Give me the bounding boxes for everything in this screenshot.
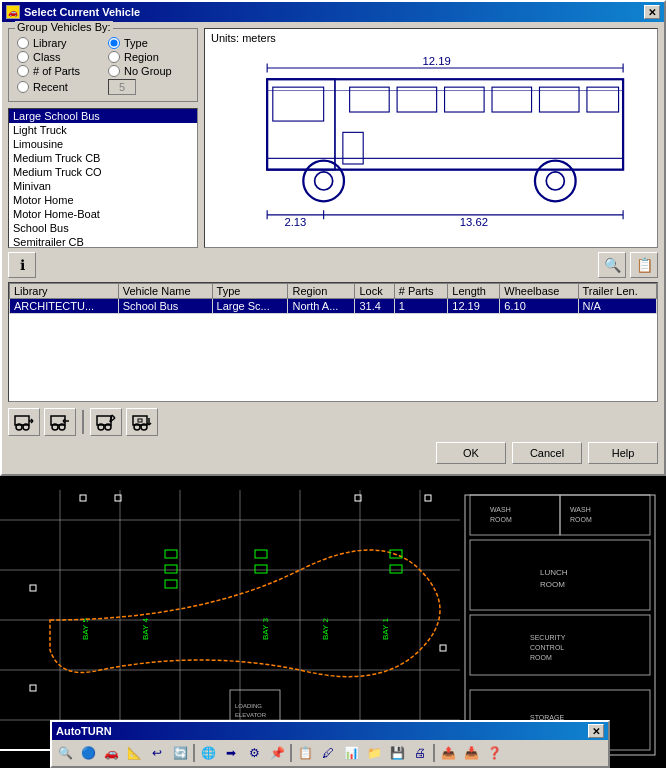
col-parts: # Parts — [394, 284, 448, 299]
export-vehicle-button[interactable] — [44, 408, 76, 436]
cancel-button[interactable]: Cancel — [512, 442, 582, 464]
toolbar-separator — [82, 410, 84, 434]
tool-pin[interactable]: 📌 — [266, 742, 288, 764]
copy-button[interactable]: 📋 — [630, 252, 658, 278]
tool-pan[interactable]: 🔵 — [77, 742, 99, 764]
svg-text:BAY 1: BAY 1 — [381, 618, 390, 640]
list-item[interactable]: Motor Home — [9, 193, 197, 207]
recent-count-input[interactable]: 5 — [108, 79, 136, 95]
cell-wheelbase: 6.10 — [500, 299, 578, 314]
svg-text:ROOM: ROOM — [490, 516, 512, 523]
autoturn-toolbar: AutoTURN ✕ 🔍 🔵 🚗 📐 ↩ 🔄 🌐 ➡ ⚙ 📌 📋 🖊 📊 📁 💾… — [50, 720, 610, 768]
col-trailer-len: Trailer Len. — [578, 284, 656, 299]
svg-text:CONTROL: CONTROL — [530, 644, 564, 651]
svg-rect-94 — [255, 565, 267, 573]
zoom-button[interactable]: 🔍 — [598, 252, 626, 278]
bottom-toolbar — [8, 408, 658, 436]
tool-measure[interactable]: 📐 — [123, 742, 145, 764]
radio-library[interactable]: Library — [17, 37, 98, 49]
help-button[interactable]: Help — [588, 442, 658, 464]
col-region: Region — [288, 284, 355, 299]
group-by-section: Group Vehicles By: Library Type Class — [8, 28, 198, 102]
svg-rect-5 — [267, 79, 335, 169]
radio-nogroup[interactable]: No Group — [108, 65, 189, 77]
tool-zoom-in[interactable]: 🔍 — [54, 742, 76, 764]
tool-separator-3 — [433, 744, 435, 762]
tool-export[interactable]: 📤 — [437, 742, 459, 764]
svg-text:LUNCH: LUNCH — [540, 568, 568, 577]
svg-text:BAY 3: BAY 3 — [261, 618, 270, 640]
list-item[interactable]: Medium Truck CO — [9, 165, 197, 179]
list-item[interactable]: Limousine — [9, 137, 197, 151]
tool-arrow[interactable]: ➡ — [220, 742, 242, 764]
svg-rect-97 — [30, 585, 36, 591]
svg-rect-6 — [273, 87, 324, 121]
ok-button[interactable]: OK — [436, 442, 506, 464]
radio-parts[interactable]: # of Parts — [17, 65, 98, 77]
save-vehicle-button[interactable] — [126, 408, 158, 436]
radio-region[interactable]: Region — [108, 51, 189, 63]
list-item[interactable]: School Bus — [9, 221, 197, 235]
svg-text:BAY 4: BAY 4 — [141, 618, 150, 640]
cell-parts: 1 — [394, 299, 448, 314]
tool-help[interactable]: ❓ — [483, 742, 505, 764]
tool-globe[interactable]: 🌐 — [197, 742, 219, 764]
autoturn-label: AutoTURN — [56, 725, 112, 737]
radio-type[interactable]: Type — [108, 37, 189, 49]
list-item[interactable]: Light Truck — [9, 123, 197, 137]
tool-undo[interactable]: ↩ — [146, 742, 168, 764]
tool-chart[interactable]: 📊 — [340, 742, 362, 764]
svg-rect-91 — [165, 565, 177, 573]
cell-vehicle-name: School Bus — [118, 299, 212, 314]
svg-text:2.13: 2.13 — [284, 216, 306, 228]
svg-text:SECURITY: SECURITY — [530, 634, 566, 641]
radio-recent[interactable]: Recent — [17, 79, 98, 95]
group-by-label: Group Vehicles By: — [15, 21, 113, 33]
list-item[interactable]: Medium Truck CB — [9, 151, 197, 165]
tool-print[interactable]: 🖨 — [409, 742, 431, 764]
svg-rect-12 — [587, 87, 619, 112]
autoturn-close-button[interactable]: ✕ — [588, 724, 604, 738]
close-button[interactable]: ✕ — [644, 5, 660, 19]
tool-redo[interactable]: 🔄 — [169, 742, 191, 764]
tool-pencil[interactable]: 🖊 — [317, 742, 339, 764]
select-vehicle-dialog: 🚗 Select Current Vehicle ✕ Group Vehicle… — [0, 0, 666, 476]
svg-text:WASH: WASH — [490, 506, 511, 513]
cell-library: ARCHITECTU... — [10, 299, 119, 314]
svg-text:ROOM: ROOM — [530, 654, 552, 661]
import-vehicle-button[interactable] — [8, 408, 40, 436]
svg-rect-98 — [30, 685, 36, 691]
vehicle-list[interactable]: Large School Bus Light Truck Limousine M… — [8, 108, 198, 248]
cell-trailer-len: N/A — [578, 299, 656, 314]
tool-vehicle[interactable]: 🚗 — [100, 742, 122, 764]
vehicle-preview: Units: meters 12.19 — [204, 28, 658, 248]
cell-region: North A... — [288, 299, 355, 314]
col-vehicle-name: Vehicle Name — [118, 284, 212, 299]
list-item[interactable]: Minivan — [9, 179, 197, 193]
tool-folder[interactable]: 📁 — [363, 742, 385, 764]
tool-settings[interactable]: ⚙ — [243, 742, 265, 764]
units-label: Units: meters — [211, 32, 276, 44]
radio-class[interactable]: Class — [17, 51, 98, 63]
svg-rect-93 — [255, 550, 267, 558]
list-item[interactable]: Semitrailer CB — [9, 235, 197, 248]
svg-text:ROOM: ROOM — [540, 580, 565, 589]
table-row[interactable]: ARCHITECTU... School Bus Large Sc... Nor… — [10, 299, 657, 314]
col-length: Length — [448, 284, 500, 299]
svg-text:BAY 5: BAY 5 — [81, 618, 90, 640]
cell-lock: 31.4 — [355, 299, 394, 314]
list-item[interactable]: Large School Bus — [9, 109, 197, 123]
svg-point-19 — [546, 172, 564, 190]
tool-save[interactable]: 💾 — [386, 742, 408, 764]
list-item[interactable]: Motor Home-Boat — [9, 207, 197, 221]
svg-text:12.19: 12.19 — [423, 55, 451, 67]
cell-type: Large Sc... — [212, 299, 288, 314]
tool-clipboard[interactable]: 📋 — [294, 742, 316, 764]
svg-rect-90 — [165, 550, 177, 558]
info-button[interactable]: ℹ — [8, 252, 36, 278]
col-lock: Lock — [355, 284, 394, 299]
svg-point-16 — [303, 161, 344, 202]
edit-vehicle-button[interactable] — [90, 408, 122, 436]
tool-import[interactable]: 📥 — [460, 742, 482, 764]
col-wheelbase: Wheelbase — [500, 284, 578, 299]
